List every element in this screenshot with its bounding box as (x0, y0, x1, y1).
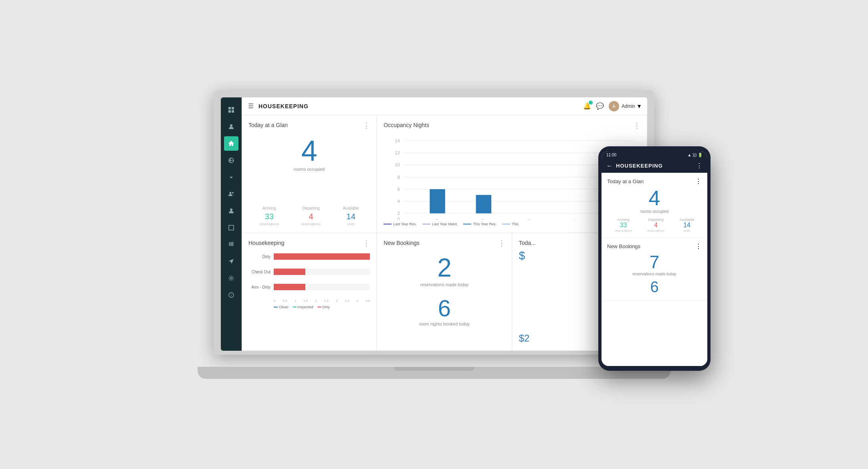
svg-text:Su: Su (527, 218, 533, 220)
svg-rect-28 (430, 189, 445, 213)
phone-status-bar: 11:00 ▲ ))) 🔋 (602, 151, 707, 159)
bar-row-checkout: Check Out (248, 269, 370, 275)
legend-last-year-res: Last Year Res. (384, 222, 417, 226)
card-header: Occupancy Nights ⋮ (384, 122, 640, 129)
rooms-occupied-label: rooms occupied (248, 167, 370, 172)
chevron-down-icon: ▾ (638, 102, 641, 110)
dashboard-grid: Today at a Glan ⋮ 4 rooms occupied Arriv… (242, 115, 647, 351)
bar-row-arrv-dirty: Arrv - Dirty (248, 284, 370, 290)
phone-departing-stat: Departing 4 reservations (647, 218, 665, 232)
phone-departing-label: Departing (647, 218, 665, 222)
arriving-sub: reservations (259, 222, 279, 226)
legend-last-year-res-label: Last Year Res. (393, 222, 417, 226)
room-nights-label: room nights booked today (384, 321, 505, 326)
sidebar-item-command[interactable] (224, 237, 238, 252)
sidebar-item-person[interactable] (224, 119, 238, 134)
phone-arriving-stat: Arriving 33 reservations (615, 218, 632, 232)
legend-this: This (502, 222, 519, 226)
sidebar-item-send[interactable] (224, 254, 238, 269)
occupancy-card-menu[interactable]: ⋮ (633, 122, 640, 129)
svg-point-4 (230, 124, 232, 127)
sidebar-item-download[interactable] (224, 170, 238, 184)
admin-label: Admin (622, 103, 635, 109)
room-nights-number: 6 (384, 297, 505, 320)
phone-bookings-card: New Bookings ⋮ 7 reservations made today… (602, 238, 707, 301)
sidebar-item-housekeeping[interactable] (224, 136, 238, 151)
phone-app-title: HOUSEKEEPING (616, 163, 693, 169)
phone-status-icons: ▲ ))) 🔋 (688, 153, 702, 157)
phone-arriving-value: 33 (615, 222, 632, 229)
new-bookings-card: New Bookings ⋮ 2 reservations made today… (377, 233, 512, 351)
sidebar-item-square[interactable] (224, 220, 238, 235)
menu-icon[interactable]: ☰ (248, 102, 254, 110)
phone-menu-icon[interactable]: ⋮ (696, 162, 702, 170)
housekeeping-card-menu[interactable]: ⋮ (363, 240, 370, 247)
phone-available-stat: Available 14 units (680, 218, 694, 232)
bar-row-dirty: Dirty (248, 253, 370, 260)
bar-track-dirty (274, 253, 370, 260)
available-value: 14 (343, 212, 359, 221)
card-header: Today at a Glan ⋮ (248, 122, 370, 129)
card-header: New Bookings ⋮ (384, 240, 505, 247)
chat-button[interactable]: 💬 (596, 102, 604, 110)
legend-this-year-res-label: This Year Res. (473, 222, 497, 226)
svg-point-6 (230, 192, 232, 194)
phone-bookings-menu[interactable]: ⋮ (695, 243, 702, 250)
phone-room-nights-number: 6 (607, 279, 702, 295)
header-actions: 🔔 💬 A Admin ▾ (583, 101, 641, 111)
legend-dirty-label: Dirty (323, 305, 330, 309)
bar-fill-checkout (274, 269, 305, 275)
bar-track-checkout (274, 269, 370, 275)
housekeeping-bar-chart: Dirty Check Out (248, 250, 370, 344)
phone-arriving-label: Arriving (615, 218, 632, 222)
reservations-today-number: 2 (384, 255, 505, 281)
svg-text:Sa: Sa (481, 218, 486, 220)
sidebar-item-group[interactable] (224, 187, 238, 201)
phone-back-button[interactable]: ← (606, 162, 613, 170)
avatar: A (609, 101, 619, 111)
sidebar-item-globe[interactable] (224, 153, 238, 168)
app-container: i ☰ HOUSEKEEPING 🔔 💬 (221, 97, 647, 351)
svg-text:Fr: Fr (436, 218, 440, 220)
sidebar-item-dashboard[interactable] (224, 103, 238, 117)
admin-menu[interactable]: A Admin ▾ (609, 101, 641, 111)
svg-rect-1 (232, 107, 234, 109)
departing-stat: Departing 4 reservations (301, 206, 321, 226)
departing-sub: reservations (301, 222, 321, 226)
laptop-body: i ☰ HOUSEKEEPING 🔔 💬 (214, 90, 654, 355)
phone-available-label: Available (680, 218, 694, 222)
svg-rect-9 (229, 225, 234, 230)
svg-text:Mo: Mo (573, 218, 579, 220)
bookings-card-menu[interactable]: ⋮ (498, 240, 505, 247)
sidebar: i (221, 97, 242, 351)
svg-point-8 (230, 208, 232, 211)
today-card-menu[interactable]: ⋮ (363, 122, 370, 129)
svg-rect-29 (476, 195, 491, 213)
phone-bookings-title: New Bookings (607, 243, 640, 249)
today-at-a-glan-card: Today at a Glan ⋮ 4 rooms occupied Arriv… (242, 115, 377, 233)
legend-inspected-label: Inspected (298, 305, 313, 309)
legend-clean-label: Clean (279, 305, 289, 309)
bar-legend: Clean Inspected Dirty (248, 305, 370, 309)
phone-today-header: Today at a Glan ⋮ (607, 178, 702, 185)
phone-screen: 11:00 ▲ ))) 🔋 ← HOUSEKEEPING ⋮ Today at … (602, 151, 707, 366)
legend-this-year-res: This Year Res. (463, 222, 497, 226)
sidebar-item-info[interactable]: i (224, 288, 238, 302)
arriving-value: 33 (259, 212, 279, 221)
bar-label-arrv-dirty: Arrv - Dirty (248, 285, 270, 289)
rooms-occupied-number: 4 (248, 136, 370, 165)
reservations-today-label: reservations made today (384, 282, 505, 287)
sidebar-item-settings[interactable] (224, 271, 238, 285)
bar-fill-arrv-dirty (274, 284, 305, 290)
sidebar-item-user2[interactable] (224, 204, 238, 218)
today-card-title: Today at a Glan (248, 122, 288, 128)
available-sub: units (343, 222, 359, 226)
phone-today-menu[interactable]: ⋮ (695, 178, 702, 185)
phone-departing-value: 4 (647, 222, 665, 229)
svg-rect-0 (228, 107, 231, 109)
phone-available-sub: units (680, 229, 694, 232)
bookings-card-title: New Bookings (384, 240, 420, 246)
phone-reservations-label: reservations made today (607, 272, 702, 276)
notification-button[interactable]: 🔔 (583, 102, 591, 110)
phone-bookings-header: New Bookings ⋮ (607, 243, 702, 250)
